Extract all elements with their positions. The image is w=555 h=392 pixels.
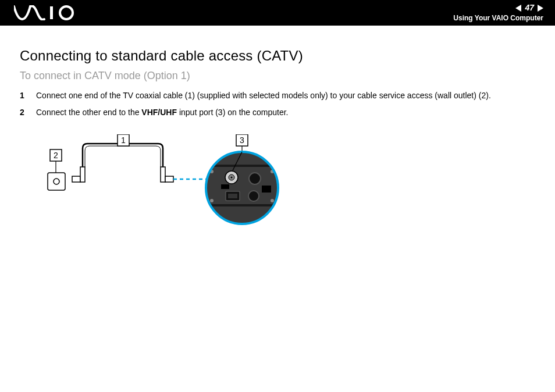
svg-rect-10 <box>161 167 165 182</box>
step-text-fragment: input port (3) on the computer. <box>177 108 288 117</box>
next-page-arrow-icon[interactable] <box>538 5 543 12</box>
header-right: 47 Using Your VAIO Computer <box>453 3 543 23</box>
page-title: Connecting to standard cable access (CAT… <box>20 48 535 64</box>
connection-diagram: 2 1 3 <box>34 134 290 239</box>
svg-rect-31 <box>262 186 271 193</box>
step-text-bold: VHF/UHF <box>141 108 177 117</box>
svg-point-27 <box>249 173 261 184</box>
instruction-step: 1 Connect one end of the TV coaxial cabl… <box>20 90 535 101</box>
svg-point-23 <box>271 199 274 202</box>
step-text-fragment: Connect one end of the TV coaxial cable … <box>36 91 491 100</box>
page-content: Connecting to standard cable access (CAT… <box>0 26 555 239</box>
section-title: Using Your VAIO Computer <box>453 15 543 22</box>
callout-3: 3 <box>240 136 244 145</box>
instruction-list: 1 Connect one end of the TV coaxial cabl… <box>20 90 535 118</box>
callout-1: 1 <box>121 136 126 145</box>
svg-point-1 <box>60 6 73 19</box>
instruction-step: 2 Connect the other end to the VHF/UHF i… <box>20 107 535 118</box>
step-number: 1 <box>20 90 28 101</box>
vaio-logo <box>14 5 78 20</box>
page-subtitle: To connect in CATV mode (Option 1) <box>20 70 535 82</box>
svg-rect-32 <box>221 184 229 189</box>
step-text: Connect one end of the TV coaxial cable … <box>36 90 491 101</box>
svg-point-22 <box>210 199 214 202</box>
svg-point-26 <box>231 176 233 178</box>
callout-2: 2 <box>54 151 58 160</box>
page-nav: 47 <box>515 3 543 12</box>
step-number: 2 <box>20 107 28 118</box>
page-number: 47 <box>525 3 534 12</box>
step-text: Connect the other end to the VHF/UHF inp… <box>36 107 288 118</box>
svg-rect-7 <box>80 167 85 182</box>
svg-point-5 <box>54 179 59 184</box>
svg-point-30 <box>248 191 259 201</box>
prev-page-arrow-icon[interactable] <box>515 5 521 12</box>
step-text-fragment: Connect the other end to the <box>36 108 141 117</box>
svg-rect-19 <box>202 204 284 206</box>
svg-rect-0 <box>50 6 53 19</box>
svg-rect-29 <box>228 194 237 198</box>
svg-rect-6 <box>72 176 80 182</box>
svg-rect-11 <box>165 176 173 182</box>
header-bar: 47 Using Your VAIO Computer <box>0 0 555 26</box>
